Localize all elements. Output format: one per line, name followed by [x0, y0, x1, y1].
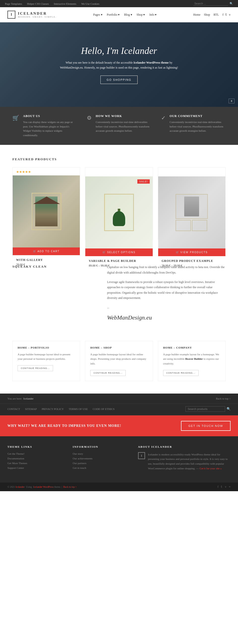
signature: WebManDesign.eu — [107, 314, 226, 321]
cta-strip: WHY WAIT? WE ARE READY TO IMPRESS YOU EV… — [0, 416, 238, 436]
footer-link-code[interactable]: CODE OF ETHICS — [93, 408, 115, 410]
add-to-cart-button[interactable]: 🛒 ADD TO CART — [13, 248, 80, 255]
pause-button[interactable]: ⏸ — [229, 99, 235, 103]
feature-how-content: HOW WE WORK Conveniently incentivize rea… — [96, 114, 151, 133]
hero-cta-button[interactable]: GO SHOPPING — [100, 76, 138, 84]
footer-link-terms[interactable]: TERMS OF USE — [69, 408, 88, 410]
product-image-cabin — [13, 176, 80, 248]
footer-search: 🔍 — [185, 406, 231, 412]
featured-products-title: FEATURED PRODUCTS — [12, 157, 226, 161]
footer-widget-theme-links: THEME LINKS Get the Theme! Documentation… — [7, 445, 65, 474]
topbar-link-1[interactable]: Page Templates — [5, 2, 22, 5]
footer-link-sitemap[interactable]: SITEMAP — [25, 408, 37, 410]
footer-facebook-icon[interactable]: f — [218, 485, 218, 489]
footer-vimeo-icon[interactable]: v — [225, 485, 226, 489]
footer-menu-icon[interactable]: ≡ — [229, 485, 231, 489]
footer-nav-links: CONTACT SITEMAP PRIVACY POLICY TERMS OF … — [7, 408, 115, 410]
feature-about-content: ABOUT US You can display these widgets o… — [23, 114, 77, 138]
footer-bottom: © 2021 Icelander Using Icelander WordPre… — [0, 482, 238, 491]
hero-description: What you see here is the default beauty … — [55, 60, 183, 70]
feature-about-us: 🛒 ABOUT US You can display these widgets… — [12, 114, 77, 138]
blog-continue-shop[interactable]: CONTINUE READING... — [90, 370, 126, 376]
blog-title-portfolio: HOME – PORTFOLIO — [18, 346, 75, 349]
feature-how-title: HOW WE WORK — [96, 114, 151, 118]
nav-info[interactable]: Info ▾ — [149, 13, 156, 17]
header-link-rtl[interactable]: RTL — [214, 13, 219, 17]
product-name-builder: VARIABLE & PAGE BUILDER — [89, 259, 149, 263]
logo-box: I — [7, 11, 15, 19]
topbar-link-2[interactable]: Helper CSS Classes — [27, 2, 49, 5]
footer-about-title: ABOUT ICELANDER — [138, 445, 231, 448]
cart-icon: 🛒 — [12, 115, 19, 121]
product-image-statue — [158, 176, 225, 248]
footer-theme-link[interactable]: Icelander WordPress — [33, 486, 54, 488]
product-info-builder: VARIABLE & PAGE BUILDER 89.00 € – 99.00 … — [85, 256, 152, 272]
feature-how-text: Conveniently incentivize real-time deliv… — [96, 120, 151, 133]
footer-theme-link-3[interactable]: Get More Themes — [7, 462, 65, 464]
topbar-link-4[interactable]: We Use Cookies — [81, 2, 99, 5]
footer-search-input[interactable] — [185, 406, 225, 412]
nav-portfolio[interactable]: Portfolio ▾ — [107, 13, 120, 17]
statue-figure — [184, 196, 199, 216]
header-link-shop[interactable]: Shop — [204, 13, 210, 17]
footer-widget-information: INFORMATION Our story Our achievements O… — [73, 445, 130, 474]
top-search-input[interactable] — [193, 2, 228, 6]
footer-nav-bar: CONTACT SITEMAP PRIVACY POLICY TERMS OF … — [0, 404, 238, 416]
blog-continue-portfolio[interactable]: CONTINUE READING... — [18, 365, 53, 371]
product-price-gallery: 29.00 € — [16, 263, 76, 266]
squeaky-text-dots: ... — [107, 305, 226, 310]
product-name-grouped: GROUPED PRODUCT EXAMPLE — [162, 259, 222, 263]
feature-commitment-text: Conveniently incentivize real-time deliv… — [170, 120, 226, 133]
footer-about-link[interactable]: Get it for your site » — [199, 467, 222, 470]
breadcrumb-current[interactable]: Icelander — [23, 397, 33, 400]
search-icon[interactable]: 🔍 — [230, 2, 233, 5]
footer-info-link-4[interactable]: Get in touch — [73, 466, 130, 469]
footer-info-link-2[interactable]: Our achievements — [73, 457, 130, 460]
footer-link-privacy[interactable]: PRIVACY POLICY — [42, 408, 64, 410]
product-stars: ★★★★★ — [13, 168, 80, 176]
brand-name: ICELANDER — [18, 12, 57, 16]
featured-products-section: FEATURED PRODUCTS ★★★★★ 🛒 ADD TO CART WI… — [0, 145, 238, 252]
blog-continue-company[interactable]: CONTINUE READING... — [163, 370, 199, 376]
blog-title-company: HOME – COMPANY — [163, 346, 220, 349]
view-products-button[interactable]: 🛒 VIEW PRODUCTS — [158, 248, 225, 256]
footer-theme-link-4[interactable]: Support Center — [7, 466, 65, 469]
footer-search-icon[interactable]: 🔍 — [227, 407, 231, 411]
cta-button[interactable]: GET IN TOUCH NOW — [181, 421, 231, 431]
footer-theme-link-2[interactable]: Documentation — [7, 457, 65, 460]
twitter-icon[interactable]: 𝕥 — [225, 13, 227, 17]
footer-logo-box: I — [138, 452, 145, 459]
logo-letter: I — [11, 13, 12, 17]
back-to-top-link[interactable]: Back to top ↑ — [216, 397, 231, 400]
topbar-link-3[interactable]: Interactive Elements — [54, 2, 76, 5]
select-options-button[interactable]: 🛒 SELECT OPTIONS — [85, 248, 152, 256]
blog-text-portfolio: A page builder homepage layout ideal to … — [18, 352, 75, 361]
footer-widget-info-title: INFORMATION — [73, 445, 130, 448]
blog-card-company: HOME – COMPANY A page builder example la… — [158, 341, 226, 381]
footer-link-contact[interactable]: CONTACT — [7, 408, 20, 410]
hero-section: Hello, I'm Icelander What you see here i… — [0, 22, 238, 107]
header-social: f 𝕥 v — [222, 13, 231, 17]
feature-commitment: ✓ OUR COMMITMENT Conveniently incentiviz… — [161, 114, 226, 138]
footer-info-link-1[interactable]: Our story — [73, 452, 130, 455]
footer-logo-letter: I — [141, 454, 142, 458]
feature-about-title: ABOUT US — [23, 114, 77, 118]
statue-small-frames — [176, 220, 208, 231]
footer-twitter-icon[interactable]: 𝕥 — [221, 485, 222, 489]
cabin-roof — [33, 196, 60, 204]
vimeo-icon[interactable]: v — [229, 13, 231, 17]
footer-back-link[interactable]: Back to top ↑ — [63, 486, 77, 488]
sale-badge: SALE! — [137, 180, 149, 184]
footer-brand-link[interactable]: Icelander — [16, 486, 25, 488]
footer-widget-theme-title: THEME LINKS — [7, 445, 65, 448]
footer-theme-link-1[interactable]: Get the Theme! — [7, 452, 65, 455]
blog-text-company: A page builder example layout for a home… — [163, 352, 220, 366]
header-link-home[interactable]: Home — [193, 13, 200, 17]
top-bar-search: 🔍 — [193, 2, 233, 6]
footer-info-link-3[interactable]: Our partners — [73, 462, 130, 464]
nav-shop[interactable]: Shop ▾ — [137, 13, 145, 17]
nav-blog[interactable]: Blog ▾ — [124, 13, 132, 17]
facebook-icon[interactable]: f — [222, 13, 223, 17]
nav-pages[interactable]: Pages ▾ — [93, 13, 102, 17]
feature-commitment-title: OUR COMMITMENT — [170, 114, 226, 118]
